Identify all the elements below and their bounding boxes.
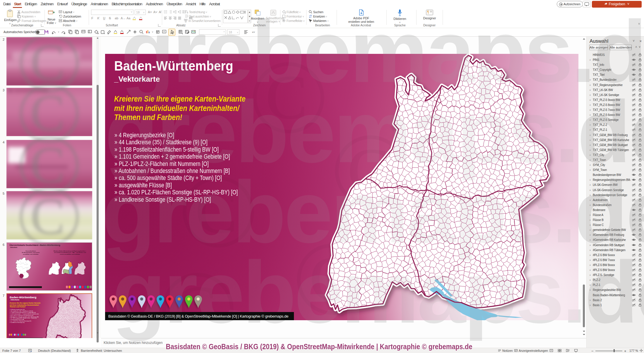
svg-text:A: A <box>163 30 165 33</box>
